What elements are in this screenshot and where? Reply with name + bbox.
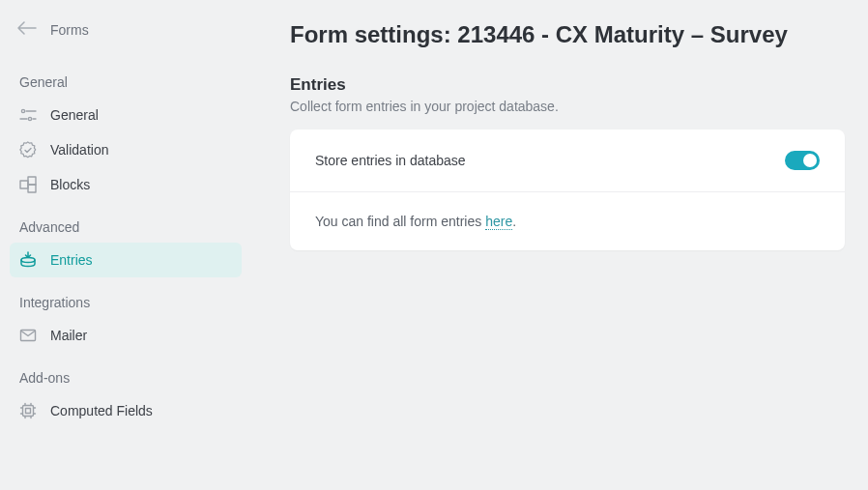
entries-card: Store entries in database You can find a… [290,130,845,250]
entries-info-suffix: . [512,214,516,229]
sidebar-item-label: Validation [50,142,108,158]
store-entries-label: Store entries in database [315,153,466,168]
database-download-icon [19,251,37,269]
sidebar-item-label: Computed Fields [50,403,153,418]
back-label: Forms [50,22,89,38]
badge-check-icon [19,141,37,159]
section-label-integrations: Integrations [10,285,242,318]
main-content: Form settings: 213446 - CX Maturity – Su… [251,0,868,490]
svg-rect-6 [28,177,36,185]
entries-here-link[interactable]: here [485,214,512,230]
sidebar-item-label: Blocks [50,177,90,192]
sliders-icon [19,106,37,124]
svg-rect-7 [28,185,36,192]
svg-rect-11 [26,409,31,414]
sidebar-item-mailer[interactable]: Mailer [10,318,242,353]
sidebar-item-validation[interactable]: Validation [10,132,242,167]
blocks-icon [19,176,37,193]
entries-description: Collect form entries in your project dat… [290,99,845,114]
section-label-general: General [10,65,242,98]
svg-rect-10 [23,406,34,417]
sidebar-item-blocks[interactable]: Blocks [10,167,242,202]
sidebar-item-general[interactable]: General [10,98,242,132]
section-label-advanced: Advanced [10,210,242,243]
store-entries-toggle[interactable] [785,151,820,170]
entries-info-text: You can find all form entries here. [315,214,516,229]
sidebar: Forms General General Validation Blocks … [0,0,251,490]
entries-heading: Entries [290,75,845,95]
sidebar-item-label: Entries [50,252,93,268]
sidebar-item-computed-fields[interactable]: Computed Fields [10,393,242,428]
svg-rect-5 [20,181,28,188]
arrow-left-icon [17,21,37,38]
back-to-forms-link[interactable]: Forms [10,21,242,57]
entries-info-prefix: You can find all form entries [315,214,485,229]
svg-point-0 [21,109,24,112]
entries-info-row: You can find all form entries here. [290,191,845,250]
cpu-icon [19,402,37,419]
sidebar-item-entries[interactable]: Entries [10,243,242,277]
mail-icon [19,327,37,344]
store-entries-row: Store entries in database [290,130,845,191]
section-label-addons: Add-ons [10,360,242,393]
sidebar-item-label: Mailer [50,328,87,343]
svg-point-8 [21,258,35,263]
page-title: Form settings: 213446 - CX Maturity – Su… [290,21,845,48]
svg-point-2 [28,117,31,120]
sidebar-item-label: General [50,107,99,123]
